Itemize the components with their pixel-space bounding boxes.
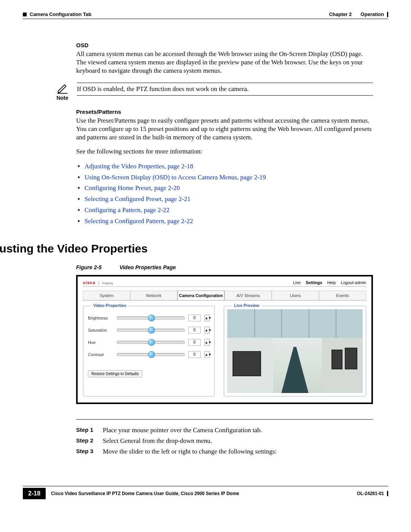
contrast-label: Contrast xyxy=(88,352,113,357)
step-label: Step 3 xyxy=(76,448,96,455)
see-sections: See the following sections for more info… xyxy=(76,147,373,156)
brightness-label: Brightness xyxy=(88,316,113,320)
footer-title: Cisco Video Surveillance IP PTZ Dome Cam… xyxy=(51,491,239,496)
stepper-icon[interactable]: ▲▼ xyxy=(204,339,210,346)
brand-subtitle: Imaging xyxy=(102,281,113,285)
breadcrumb: Camera Configuration Tab xyxy=(30,11,91,17)
pencil-icon xyxy=(57,83,68,94)
contrast-slider[interactable] xyxy=(117,353,185,356)
step-text: Move the slider to the left or right to … xyxy=(103,448,277,455)
xref-link[interactable]: Configuring a Pattern, page 2-22 xyxy=(84,206,169,214)
live-preview-panel: Live Preview xyxy=(224,306,366,396)
xref-link[interactable]: Using On-Screen Display (OSD) to Access … xyxy=(84,174,266,181)
header-left: Camera Configuration Tab xyxy=(23,11,91,17)
step-label: Step 2 xyxy=(76,437,96,445)
doc-id: OL-24281-01 xyxy=(357,491,384,496)
figure-title: Video Properties Page xyxy=(119,264,176,270)
xref-link[interactable]: Selecting a Configured Pattern, page 2-2… xyxy=(84,217,193,225)
saturation-label: Saturation xyxy=(88,328,113,332)
saturation-slider[interactable] xyxy=(117,329,185,332)
steps-divider xyxy=(76,419,373,420)
vbar-icon xyxy=(387,12,388,17)
video-properties-panel: Video Properties Brightness 0 ▲▼ Saturat… xyxy=(83,306,215,396)
page-number-badge: 2-18 xyxy=(23,488,46,499)
xref-link[interactable]: Configuring Home Preset, page 2-20 xyxy=(84,184,180,192)
tab-events[interactable]: Events xyxy=(319,291,366,300)
osd-heading: OSD xyxy=(76,42,373,48)
hue-slider[interactable] xyxy=(117,341,185,344)
stepper-icon[interactable]: ▲▼ xyxy=(204,315,210,321)
presets-paragraph: Use the Preset/Patterns page to easily c… xyxy=(76,117,373,142)
hue-label: Hue xyxy=(88,340,113,345)
presets-heading: Presets/Patterns xyxy=(76,109,373,115)
header-right: Chapter 2 Operation xyxy=(329,11,388,17)
video-properties-title: Video Properties xyxy=(91,303,129,308)
tab-system[interactable]: System xyxy=(83,291,130,300)
tab-network[interactable]: Network xyxy=(130,291,177,300)
xref-link[interactable]: Selecting a Configured Preset, page 2-21 xyxy=(84,195,191,203)
brightness-slider[interactable] xyxy=(117,316,185,320)
restore-defaults-button[interactable]: Restore Settings to Defaults xyxy=(88,370,142,377)
svg-marker-0 xyxy=(58,85,66,93)
live-preview-title: Live Preview xyxy=(232,303,262,308)
topnav-settings[interactable]: Settings xyxy=(306,280,322,285)
topnav-help[interactable]: Help xyxy=(327,280,336,285)
square-bullet-icon xyxy=(23,13,27,16)
stepper-icon[interactable]: ▲▼ xyxy=(204,327,210,334)
figure-screenshot: cisco | Imaging Live Settings Help Logou… xyxy=(76,275,373,404)
live-preview-image xyxy=(227,309,363,393)
vbar-icon xyxy=(387,491,388,496)
figure-number: Figure 2-5 xyxy=(76,264,118,270)
xref-list: Adjusting the Video Properties, page 2-1… xyxy=(76,161,373,227)
stepper-icon[interactable]: ▲▼ xyxy=(204,351,210,358)
contrast-value[interactable]: 0 xyxy=(188,351,201,358)
note-text: If OSD is enabled, the PTZ function does… xyxy=(77,83,373,96)
topnav-logout[interactable]: Logout admin xyxy=(341,280,366,285)
saturation-value[interactable]: 0 xyxy=(188,327,201,334)
step-text: Select General from the drop-down menu. xyxy=(103,437,212,445)
tab-camera-configuration[interactable]: Camera Configuration xyxy=(177,291,225,300)
topnav-live[interactable]: Live xyxy=(293,280,301,285)
step-text: Place your mouse pointer over the Camera… xyxy=(103,427,262,434)
hue-value[interactable]: 0 xyxy=(188,339,201,346)
chapter-label: Chapter 2 xyxy=(329,11,352,17)
tab-users[interactable]: Users xyxy=(272,291,319,300)
osd-paragraph: All camera system menus can be accessed … xyxy=(76,50,373,75)
page-title: Adjusting the Video Properties xyxy=(0,242,388,255)
section-label: Operation xyxy=(361,11,384,17)
brightness-value[interactable]: 0 xyxy=(188,315,201,321)
step-label: Step 1 xyxy=(76,427,96,434)
tab-av-streams[interactable]: A/V Streams xyxy=(225,291,272,300)
cisco-logo: cisco xyxy=(83,280,96,285)
xref-link[interactable]: Adjusting the Video Properties, page 2-1… xyxy=(84,163,193,170)
note-label: Note xyxy=(56,95,68,101)
